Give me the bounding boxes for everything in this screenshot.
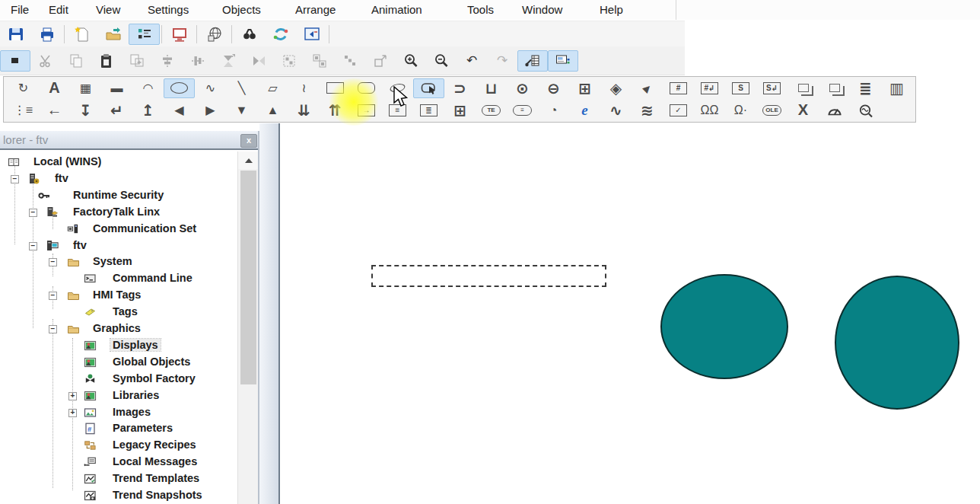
collapse-icon[interactable]: − [29,242,37,250]
tag-label-icon[interactable]: ⊞ [444,100,476,120]
tree-item-local-wins-[interactable]: Local (WINS) [0,155,237,171]
panel-tool-icon[interactable]: ▬ [101,78,132,98]
menu-arrange[interactable]: Arrange [292,0,339,20]
freehand-tool-icon[interactable]: ∿ [195,78,226,98]
trend-object-icon[interactable]: ▥ [881,78,912,98]
string-input-icon[interactable]: S↲ [756,78,788,98]
tree-item-factorytalk-linx[interactable]: −FactoryTalk Linx [0,205,237,221]
paste-special-button[interactable] [122,50,152,72]
redo-button[interactable]: ↷ [487,50,517,72]
expand-icon[interactable]: + [68,392,77,400]
zoom-in-button[interactable] [396,50,426,72]
multistate-button-icon[interactable]: ⊖ [538,78,569,98]
numeric-display-icon[interactable]: # [663,78,694,98]
tree-item-label[interactable]: Tags [113,305,138,317]
tree-item-label[interactable]: Images [113,406,151,418]
object-explorer-button[interactable] [517,50,548,72]
double-down-icon[interactable]: ⇊ [288,100,320,120]
text-tool-icon[interactable]: A [39,78,70,98]
rotate-tool-icon[interactable]: ↻ [8,78,39,98]
latched-button-icon[interactable]: ⊙ [507,78,538,98]
display-canvas[interactable] [280,123,980,504]
arrow-bottom-icon[interactable]: ↧ [70,100,101,120]
numeric-input-icon[interactable]: #↲ [694,78,725,98]
open-component-button[interactable] [97,24,129,45]
momentary-button-icon[interactable]: ⊃ [444,78,476,98]
triangle-up-icon[interactable]: ▲ [257,100,288,120]
menu-objects[interactable]: Objects [219,0,264,20]
label-list-icon[interactable]: ⋮≡ [8,100,39,120]
triangle-left-icon[interactable]: ◀ [164,100,195,120]
align-middle-button[interactable] [183,50,213,72]
menu-window[interactable]: Window [519,0,565,20]
ellipse-tool-icon[interactable] [164,78,195,98]
tree-item-label[interactable]: Global Objects [113,356,190,368]
find-button[interactable] [234,24,265,45]
tree-item-hmi-tags[interactable]: −HMI Tags [0,288,237,304]
new-component-button[interactable] [66,24,97,45]
web-browser-icon[interactable]: e [569,100,600,120]
area-trend-icon[interactable]: ≋ [632,100,663,120]
text-entry-icon[interactable]: TE [476,100,507,120]
tree-item-system[interactable]: −System [0,254,237,270]
tree-item-ftv[interactable]: −ftv [0,238,237,254]
select-tool-button[interactable] [0,50,30,72]
save-button[interactable] [0,24,31,45]
collapse-icon[interactable]: − [29,209,37,217]
tree-item-label[interactable]: ftv [55,172,68,184]
ungroup-button[interactable] [304,50,335,72]
tree-item-label[interactable]: Graphics [93,322,141,334]
workbook-mode-button[interactable] [296,24,327,45]
copy-button[interactable] [61,50,91,72]
arrow-top-icon[interactable]: ↥ [132,100,164,120]
double-up-icon[interactable]: ⇈ [320,100,351,120]
alarm-status-icon[interactable]: Ω· [725,100,756,120]
explorer-title-bar[interactable]: lorer - ftv x [0,131,262,150]
menu-help[interactable]: Help [597,0,626,20]
piloted-display-list-icon[interactable]: ≡ [382,100,413,120]
polygon-tool-icon[interactable]: ▱ [257,78,288,98]
tree-item-global-objects[interactable]: Global Objects [0,355,237,371]
tree-item-label[interactable]: Local Messages [113,455,197,467]
menu-file[interactable]: File [8,0,32,20]
menu-settings[interactable]: Settings [145,0,192,20]
polyline-tool-icon[interactable]: ≀ [288,78,320,98]
arc-tool-icon[interactable]: ◠ [132,78,164,98]
collapse-icon[interactable]: − [49,325,57,333]
trend-line-icon[interactable]: ∿ [600,100,632,120]
goto-display-button-icon[interactable]: → [351,100,382,120]
alarm-banner-icon[interactable]: ΩΩ [694,100,725,120]
tree-item-label[interactable]: Libraries [113,389,159,401]
image-tool-icon[interactable]: ▦ [70,78,101,98]
tree-item-tags[interactable]: Tags [0,305,237,321]
display-entry-icon[interactable]: ≡ [507,100,538,120]
network-browser-button[interactable] [199,24,230,45]
ramp-button-icon[interactable]: ◈ [600,78,632,98]
navigation-button-icon[interactable]: ▲ [632,78,663,98]
symbol-factory-icon[interactable] [819,78,850,98]
collapse-icon[interactable]: − [49,292,57,300]
gauge-icon[interactable] [819,100,850,120]
paste-button[interactable] [91,50,122,72]
triangle-right-icon[interactable]: ▶ [195,100,226,120]
collapse-icon[interactable]: − [49,258,57,266]
tree-item-command-line[interactable]: Command Line [0,271,237,287]
tree-item-label[interactable]: Trend Templates [113,472,199,484]
return-arrow-icon[interactable]: ↵ [101,100,132,120]
tree-item-label[interactable]: Communication Set [93,222,196,234]
triangle-down-icon[interactable]: ▼ [226,100,257,120]
flip-vertical-button[interactable] [213,50,243,72]
expand-icon[interactable]: + [68,409,77,417]
tree-item-legacy-recipes[interactable]: Legacy Recipes [0,438,237,454]
maintained-button-icon[interactable]: ⊔ [476,78,507,98]
string-display-icon[interactable]: S [725,78,756,98]
line-tool-icon[interactable]: ╲ [226,78,257,98]
tree-item-displays[interactable]: Displays [0,338,237,354]
property-panel-button[interactable] [548,50,578,72]
scrollbar-thumb[interactable] [240,171,256,384]
tree-item-images[interactable]: +Images [0,405,237,421]
ellipse-object-1[interactable] [660,274,788,379]
tree-item-label[interactable]: System [93,255,132,267]
flip-horizontal-button[interactable] [243,50,274,72]
control-list-selector-icon[interactable]: ≣ [850,78,881,98]
